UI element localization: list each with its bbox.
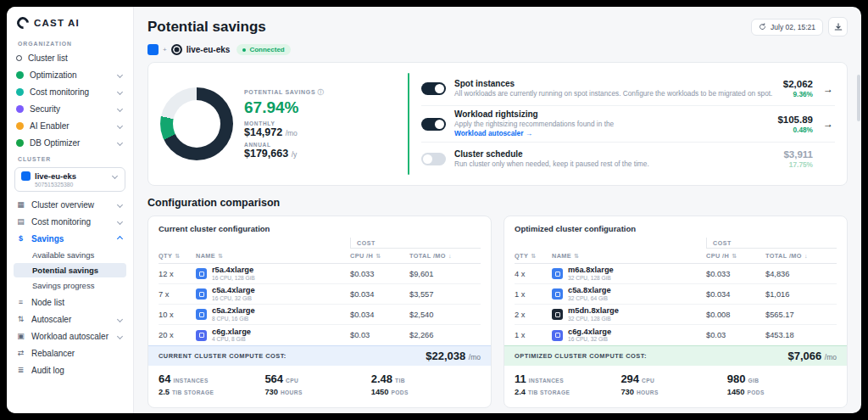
info-icon[interactable]: ⓘ: [317, 88, 324, 96]
ai-enabler-icon: [16, 122, 24, 130]
spot-instances-value: $2,062: [783, 79, 813, 89]
sort-icon: ⇅: [732, 253, 737, 260]
workload-rightsizing-toggle[interactable]: [421, 118, 446, 131]
download-button[interactable]: [828, 17, 848, 36]
qty-column-header[interactable]: QTY⇅: [159, 252, 196, 260]
castai-logo[interactable]: CAST AI: [7, 15, 133, 36]
green-divider: [408, 73, 409, 175]
sort-icon: ⇅: [175, 253, 180, 260]
chevron-down-icon: [117, 201, 123, 207]
sidebar-item-autoscaler[interactable]: ⇅ Autoscaler: [7, 311, 133, 328]
savings-summary: POTENTIAL SAVINGSⓘ 67.94% MONTHLY $14,97…: [160, 73, 408, 175]
cluster-schedule-toggle[interactable]: [421, 153, 446, 165]
arrow-right-icon[interactable]: →: [821, 118, 835, 130]
optimized-compute-cost-footer: OPTIMIZED CLUSTER COMPUTE COST: $7,066 /…: [504, 345, 847, 366]
name-column-header[interactable]: NAME⇅: [196, 252, 350, 260]
workload-rightsizing-title: Workload rightsizing: [454, 109, 614, 119]
cpu-column-header[interactable]: CPU /H⇅: [350, 252, 409, 260]
name-column-header[interactable]: NAME⇅: [552, 252, 706, 260]
table-row[interactable]: 12 x r5a.4xlarge16 CPU, 128 GiB $0.033 $…: [159, 264, 481, 284]
chevron-down-icon: [117, 139, 123, 145]
sort-desc-icon: ↓: [448, 253, 452, 259]
table-row[interactable]: 7 x c5a.4xlarge16 CPU, 32 GiB $0.034 $3,…: [159, 284, 481, 305]
sort-desc-icon: ↓: [804, 253, 808, 259]
cluster-schedule-title: Cluster schedule: [454, 149, 649, 159]
dollar-icon: $: [16, 234, 25, 243]
current-cluster-title: Current cluster configuration: [148, 216, 491, 238]
instance-icon: [196, 268, 207, 279]
savings-options: Spot instances All workloads are current…: [421, 73, 835, 175]
qty-column-header[interactable]: QTY⇅: [515, 252, 552, 260]
table-row[interactable]: 4 x m6a.8xlarge32 CPU, 128 GiB $0.033 $4…: [515, 264, 837, 284]
status-dot-icon: [242, 48, 246, 52]
spot-instances-row: Spot instances All workloads are current…: [421, 73, 835, 105]
current-compute-cost-footer: CURRENT CLUSTER COMPUTE COST: $22,038 /m…: [148, 345, 491, 366]
table-row[interactable]: 1 x c5a.8xlarge32 CPU, 64 GiB $0.034 $1,…: [515, 284, 837, 305]
spot-instances-desc: All workloads are currently running on s…: [454, 89, 772, 98]
sidebar-item-savings-progress[interactable]: Savings progress: [14, 278, 126, 293]
cluster-name: live-eu-eks: [186, 45, 231, 54]
total-column-header[interactable]: TOTAL /MO↓: [765, 252, 837, 260]
chart-icon: ▤: [16, 217, 25, 226]
sidebar-item-cluster-overview[interactable]: ▦ Cluster overview: [7, 196, 133, 213]
table-row[interactable]: 2 x m5dn.8xlarge32 CPU, 128 GiB $0.008 $…: [515, 305, 837, 325]
sidebar-item-cost-monitoring[interactable]: ▤ Cost monitoring: [7, 213, 133, 230]
savings-label: POTENTIAL SAVINGSⓘ: [244, 88, 325, 97]
sidebar-item-cost-monitoring-org[interactable]: Cost monitoring: [7, 83, 133, 100]
cluster-section-label: CLUSTER: [7, 151, 133, 165]
app-root: CAST AI ORGANIZATION Cluster list Optimi…: [7, 7, 861, 413]
sidebar-item-workload-autoscaler[interactable]: ▣ Workload autoscaler: [7, 328, 133, 344]
sidebar-item-savings[interactable]: $ Savings: [7, 230, 133, 247]
sidebar-item-audit-log[interactable]: ≣ Audit log: [7, 361, 133, 378]
cpu-column-header[interactable]: CPU /H⇅: [706, 252, 765, 260]
sidebar-item-potential-savings[interactable]: Potential savings: [14, 263, 126, 277]
optimized-cluster-title: Optimized cluster configuration: [504, 216, 847, 238]
sidebar-item-node-list[interactable]: ≡ Node list: [7, 294, 133, 311]
rebalancer-icon: ⇄: [16, 349, 25, 357]
chevron-down-icon: [117, 316, 123, 322]
db-optimizer-icon: [16, 139, 24, 147]
sidebar-item-rebalancer[interactable]: ⇄ Rebalancer: [7, 344, 133, 361]
sidebar-item-available-savings[interactable]: Available savings: [14, 248, 126, 262]
grid-icon: ▦: [16, 200, 25, 209]
chevron-down-icon: [117, 333, 123, 339]
plus-separator: +: [163, 46, 167, 53]
instance-icon: [196, 309, 207, 320]
sidebar-item-security[interactable]: Security: [7, 100, 133, 117]
table-row[interactable]: 10 x c5a.2xlarge8 CPU, 16 GiB $0.034 $2,…: [159, 305, 481, 325]
sidebar-item-cluster-list[interactable]: Cluster list: [7, 49, 133, 66]
scrollbar[interactable]: [857, 75, 860, 121]
optimized-cluster-card: Optimized cluster configuration COST QTY…: [504, 216, 848, 408]
app-window: CAST AI ORGANIZATION Cluster list Optimi…: [0, 0, 868, 420]
refresh-date-button[interactable]: July 02, 15:21: [751, 19, 823, 36]
sidebar-item-optimization[interactable]: Optimization: [7, 66, 133, 83]
workload-rightsizing-percent: 0.48%: [777, 126, 813, 134]
cost-group-header: COST: [350, 238, 481, 249]
autoscaler-icon: ⇅: [16, 315, 25, 323]
sidebar-item-ai-enabler[interactable]: AI Enabler: [7, 117, 133, 134]
workload-autoscaler-link[interactable]: Workload autoscaler →: [454, 129, 532, 137]
chevron-up-icon: [117, 235, 123, 241]
eks-cluster-icon: [171, 44, 182, 55]
cluster-list-icon: [16, 55, 22, 61]
last-refreshed-timestamp: July 02, 15:21: [771, 23, 815, 31]
chevron-down-icon: [112, 173, 118, 179]
cluster-schedule-desc: Run cluster only when needed, keep it pa…: [454, 160, 649, 169]
main-content: Potential savings July 02, 15:21 + live-…: [134, 7, 861, 413]
cluster-id: 507515325380: [21, 182, 119, 188]
potential-savings-card: POTENTIAL SAVINGSⓘ 67.94% MONTHLY $14,97…: [147, 62, 848, 186]
audit-log-icon: ≣: [16, 366, 25, 374]
table-row[interactable]: 20 x c6g.xlarge4 CPU, 8 GiB $0.03 $2,266: [159, 325, 481, 345]
brand-name: CAST AI: [34, 18, 80, 28]
workload-rightsizing-desc: Apply the rightsizing recommendations fo…: [454, 120, 614, 138]
optimized-cluster-stats: 11INSTANCES 294CPU 980GIB 2.4TIB STORAGE…: [504, 366, 847, 407]
arrow-right-icon[interactable]: →: [821, 83, 835, 95]
table-row[interactable]: 1 x c6g.4xlarge16 CPU, 32 GiB $0.03 $453…: [515, 325, 837, 345]
cluster-selector-dropdown[interactable]: live-eu-eks 507515325380: [14, 167, 125, 192]
instance-icon: [552, 288, 563, 300]
sidebar-item-db-optimizer[interactable]: DB Optimizer: [7, 134, 133, 151]
workload-rightsizing-value: $105.89: [777, 115, 813, 125]
spot-instances-toggle[interactable]: [421, 82, 446, 95]
cost-group-header: COST: [706, 238, 837, 249]
total-column-header[interactable]: TOTAL /MO↓: [409, 252, 481, 260]
